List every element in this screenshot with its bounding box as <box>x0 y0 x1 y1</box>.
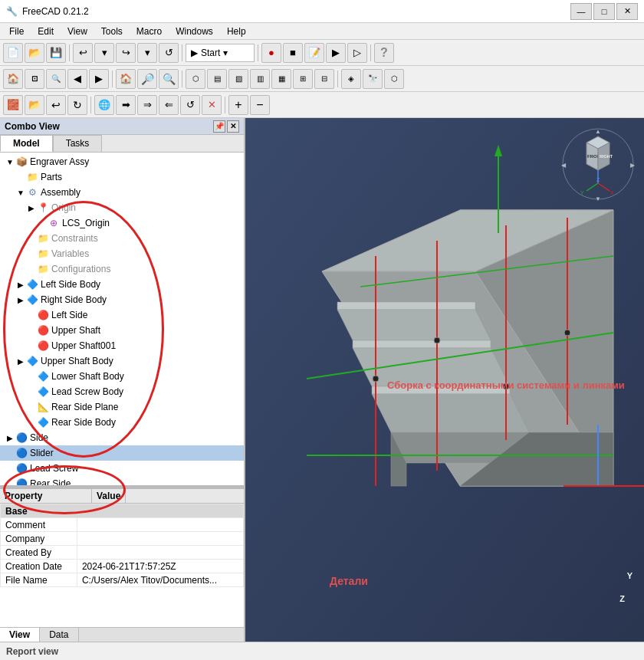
tree-icon-origin: 📍 <box>37 202 49 214</box>
viewport[interactable]: ▲ ▼ ◀ ▶ FRONT RIGHT Y X Z <box>245 118 644 642</box>
props-value-creation-date[interactable]: 2024-06-21T17:57:25Z <box>77 560 243 573</box>
tree-item-left-side[interactable]: 🔴 Left Side <box>0 307 244 323</box>
view-fit-sel[interactable]: 🔍 <box>46 69 66 89</box>
props-value-file-name[interactable]: C:/Users/Alex Titov/Documents... <box>77 573 243 587</box>
macro-run[interactable]: ▶ <box>326 43 346 63</box>
macro-step[interactable]: ▷ <box>347 43 367 63</box>
tree-arrow-origin[interactable]: ▶ <box>26 204 37 212</box>
stop-button[interactable]: ● <box>261 43 281 63</box>
props-value-comment[interactable] <box>77 518 243 532</box>
tree-item-upper-shaft-body[interactable]: ▶ 🔷 Upper Shaft Body <box>0 353 244 369</box>
part-btn[interactable]: 🧱 <box>3 95 23 115</box>
save3-btn[interactable]: ↻ <box>67 95 87 115</box>
tree-arrow-engraver[interactable]: ▼ <box>5 158 15 166</box>
menu-windows[interactable]: Windows <box>169 25 219 38</box>
help-button[interactable]: ? <box>374 43 394 63</box>
view-cam[interactable]: 🔭 <box>363 69 383 89</box>
tree-arrow-upper-shaft-body[interactable]: ▶ <box>15 357 26 366</box>
view-fit-all[interactable]: ⊡ <box>25 69 44 89</box>
menu-file[interactable]: File <box>3 25 30 38</box>
menu-edit[interactable]: Edit <box>31 25 60 38</box>
navigation-cube[interactable]: ▲ ▼ ◀ ▶ FRONT RIGHT Y X Z <box>560 126 636 202</box>
tree-item-rear-side-body[interactable]: 🔷 Rear Side Body <box>0 415 244 430</box>
tab-view[interactable]: View <box>0 628 40 642</box>
fwd-btn[interactable]: ⇒ <box>137 95 157 115</box>
undo-button[interactable]: ↩ <box>73 43 93 63</box>
plus-btn[interactable]: + <box>228 95 248 115</box>
menu-tools[interactable]: Tools <box>95 25 129 38</box>
undo-dropdown[interactable]: ▾ <box>94 43 114 63</box>
view-axo[interactable]: ◈ <box>341 69 361 89</box>
tree-item-lead-screw[interactable]: 🔵 Lead Screw <box>0 461 244 476</box>
pause-button[interactable]: ■ <box>283 43 303 63</box>
view-forward[interactable]: ▶ <box>89 69 109 89</box>
view-home[interactable]: 🏠 <box>3 69 23 89</box>
view-zoom-out[interactable]: 🔍 <box>159 69 179 89</box>
tree-item-lower-shaft-body[interactable]: 🔷 Lower Shaft Body <box>0 369 244 384</box>
view-back2[interactable]: ▧ <box>228 69 248 89</box>
view-persp[interactable]: ⬡ <box>186 69 205 89</box>
tree-item-variables[interactable]: 📁 Variables <box>0 246 244 261</box>
tree-arrow-left-side-body[interactable]: ▶ <box>15 281 26 289</box>
tree-area[interactable]: ▼ 📦 Engraver Assy 📁 Parts ▼ ⚙ Assembly <box>0 153 244 485</box>
tree-item-left-side-body[interactable]: ▶ 🔷 Left Side Body <box>0 277 244 292</box>
open2-btn[interactable]: 📂 <box>25 95 44 115</box>
view-bottom[interactable]: ⊟ <box>314 69 334 89</box>
view-sel[interactable]: ⬡ <box>384 69 404 89</box>
tree-item-side[interactable]: ▶ 🔵 Side <box>0 430 244 445</box>
menu-help[interactable]: Help <box>221 25 252 38</box>
tree-arrow-assembly[interactable]: ▼ <box>15 189 26 197</box>
tree-item-right-side-body[interactable]: ▶ 🔷 Right Side Body <box>0 292 244 307</box>
tree-item-parts[interactable]: 📁 Parts <box>0 169 244 185</box>
tree-item-slider[interactable]: 🔵 Slider <box>0 445 244 461</box>
props-value-created-by[interactable] <box>77 546 243 560</box>
combo-pin-button[interactable]: 📌 <box>213 120 225 133</box>
tab-data[interactable]: Data <box>40 628 78 642</box>
tree-item-engraver-assy[interactable]: ▼ 📦 Engraver Assy <box>0 154 244 169</box>
tree-item-upper-shaft[interactable]: 🔴 Upper Shaft <box>0 323 244 338</box>
minimize-button[interactable]: — <box>570 3 592 20</box>
save-button[interactable]: 💾 <box>46 43 66 63</box>
combo-close-button[interactable]: ✕ <box>227 120 239 133</box>
tree-item-rear-side[interactable]: 🔵 Rear Side <box>0 476 244 485</box>
menu-macro[interactable]: Macro <box>130 25 168 38</box>
maximize-button[interactable]: □ <box>593 3 615 20</box>
redo-dropdown[interactable]: ▾ <box>137 43 157 63</box>
props-scroll[interactable]: Base Comment Company Created By <box>0 504 244 627</box>
arrow-btn[interactable]: ➡ <box>116 95 136 115</box>
tree-arrow-right-side-body[interactable]: ▶ <box>15 296 26 304</box>
stop2-btn[interactable]: ✕ <box>202 95 222 115</box>
menu-view[interactable]: View <box>61 25 94 38</box>
bwd-btn[interactable]: ⇐ <box>159 95 179 115</box>
redo-button[interactable]: ↪ <box>116 43 136 63</box>
view-front[interactable]: ▤ <box>207 69 227 89</box>
tree-item-configurations[interactable]: 📁 Configurations <box>0 261 244 277</box>
view-zoom-in[interactable]: 🔎 <box>137 69 157 89</box>
props-value-company[interactable] <box>77 532 243 546</box>
tree-item-assembly[interactable]: ▼ ⚙ Assembly <box>0 185 244 200</box>
view-back[interactable]: ◀ <box>67 69 87 89</box>
tree-item-lead-screw-body[interactable]: 🔷 Lead Screw Body <box>0 384 244 399</box>
view-top[interactable]: ⊞ <box>293 69 313 89</box>
refresh2-btn[interactable]: ↺ <box>180 95 200 115</box>
tree-item-upper-shaft001[interactable]: 🔴 Upper Shaft001 <box>0 338 244 353</box>
tree-item-lcs-origin[interactable]: ⊕ LCS_Origin <box>0 215 244 231</box>
close-button[interactable]: ✕ <box>616 3 638 20</box>
refresh-button[interactable]: ↺ <box>159 43 179 63</box>
tab-model[interactable]: Model <box>0 135 53 152</box>
workbench-dropdown[interactable]: ▶ Start ▾ <box>186 44 255 62</box>
globe-btn[interactable]: 🌐 <box>94 95 114 115</box>
save2-btn[interactable]: ↩ <box>46 95 66 115</box>
view-left[interactable]: ▦ <box>271 69 291 89</box>
minus-btn[interactable]: − <box>250 95 270 115</box>
macro-edit[interactable]: 📝 <box>304 43 324 63</box>
tree-arrow-side[interactable]: ▶ <box>5 434 15 442</box>
open-button[interactable]: 📂 <box>25 43 44 63</box>
new-file-button[interactable]: 📄 <box>3 43 23 63</box>
tree-item-origin[interactable]: ▶ 📍 Origin <box>0 200 244 215</box>
tree-item-constraints[interactable]: 📁 Constraints <box>0 231 244 246</box>
tab-tasks[interactable]: Tasks <box>53 135 103 152</box>
view-right[interactable]: ▥ <box>250 69 270 89</box>
tree-item-rear-side-plane[interactable]: 📐 Rear Side Plane <box>0 399 244 415</box>
view-home2[interactable]: 🏠 <box>116 69 136 89</box>
